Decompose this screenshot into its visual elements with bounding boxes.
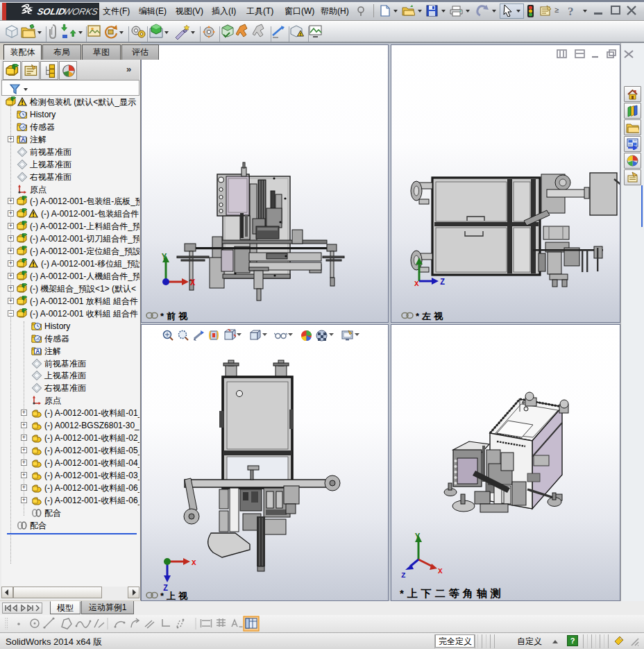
svg-text:Z: Z <box>440 278 445 287</box>
svg-text:X: X <box>190 278 196 288</box>
svg-text:SOLID: SOLID <box>36 6 66 17</box>
svg-text:Z: Z <box>401 571 406 580</box>
svg-text:?: ? <box>568 5 574 18</box>
svg-text:X: X <box>438 567 443 575</box>
svg-text:X: X <box>192 559 196 567</box>
svg-text:WORKS: WORKS <box>62 6 99 17</box>
svg-text:Y: Y <box>162 253 167 262</box>
svg-text:!: ! <box>300 32 301 37</box>
svg-text:Y: Y <box>415 532 421 542</box>
svg-text:X: X <box>414 280 419 288</box>
